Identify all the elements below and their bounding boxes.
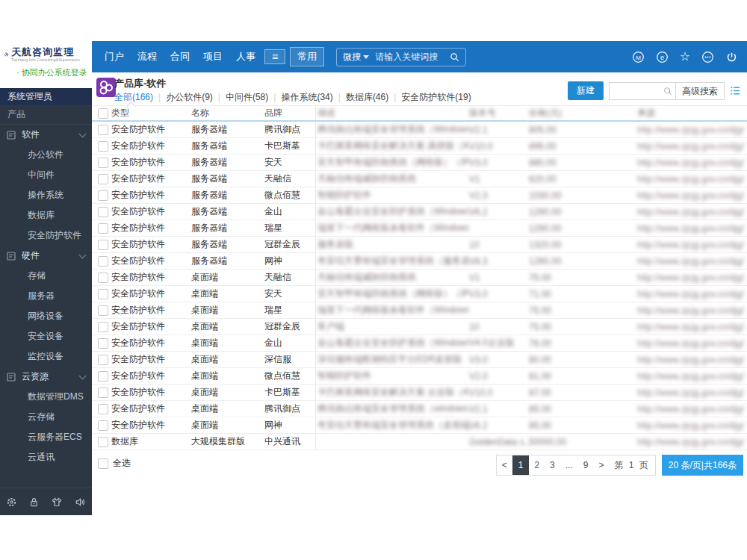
sidebar-item-操作系统[interactable]: 操作系统 — [0, 185, 92, 205]
tab-6[interactable]: 安全防护软件(19) — [401, 91, 471, 104]
sidebar-item-办公软件[interactable]: 办公软件 — [0, 145, 92, 165]
row-checkbox[interactable] — [98, 338, 108, 349]
sidebar-item-存储[interactable]: 存储 — [0, 266, 92, 286]
table-row[interactable]: 安全防护软件桌面端天融信天融信终端威胁防御系统V175.00http://www… — [92, 270, 747, 286]
sidebar-item-云通讯[interactable]: 云通讯 — [0, 447, 92, 467]
sidebar-item-数据管理DMS[interactable]: 数据管理DMS — [0, 387, 92, 407]
nav-menu-box[interactable]: ≡ — [264, 49, 285, 64]
sidebar-group-3[interactable]: 云资源 — [0, 367, 92, 387]
table-row[interactable]: 安全防护软件服务器端天融信天融信终端威胁防御系统V1620.00http://w… — [92, 171, 747, 187]
row-checkbox[interactable] — [98, 305, 108, 316]
sidebar-item-安全防护软件[interactable]: 安全防护软件 — [0, 225, 92, 246]
row-checkbox[interactable] — [98, 141, 108, 152]
pager-page-1[interactable]: 1 — [512, 455, 530, 475]
row-checkbox[interactable] — [98, 404, 108, 414]
sidebar-group-2[interactable]: 硬件 — [0, 246, 92, 266]
new-button[interactable]: 新建 — [568, 81, 604, 100]
nav-item-2[interactable]: 流程 — [137, 50, 157, 63]
sidebar-item-安全设备[interactable]: 安全设备 — [0, 326, 92, 346]
sidebar-item-网络设备[interactable]: 网络设备 — [0, 306, 92, 326]
header-checkbox[interactable] — [98, 108, 108, 119]
table-row[interactable]: 安全防护软件服务器端瑞星瑞星下一代网络版杀毒软件（Windows服务器版）129… — [92, 220, 747, 237]
pager-page-2[interactable]: 2 — [529, 455, 545, 475]
sidebar-item-服务器[interactable]: 服务器 — [0, 286, 92, 306]
advanced-search-button[interactable]: 高级搜索 — [675, 83, 724, 99]
power-icon[interactable] — [725, 51, 738, 63]
nav-item-1[interactable]: 门户 — [105, 50, 124, 63]
row-checkbox[interactable] — [98, 223, 108, 234]
table-row[interactable]: 安全防护软件桌面端瑞星瑞星下一代网络版杀毒软件（Windows桌面版）75.00… — [92, 302, 747, 319]
sidebar-item-监控设备[interactable]: 监控设备 — [0, 346, 92, 367]
sidebar-item-中间件[interactable]: 中间件 — [0, 165, 92, 185]
page-size-button[interactable]: 20 条/页|共166条 — [662, 455, 743, 476]
lock-icon[interactable] — [28, 497, 40, 508]
table-row[interactable]: 安全防护软件桌面端网神奇安信天擎终端安全管理系统（桌面端）V6.285.00ht… — [92, 417, 747, 434]
table-row[interactable]: 安全防护软件服务器端金山金山毒霸企业安全防护系统（Windows服务器版）V6.… — [92, 204, 747, 220]
tab-2[interactable]: 办公软件(9) — [166, 91, 213, 104]
table-row[interactable]: 安全防护软件桌面端卡巴斯基卡巴斯基网络安全解决方案 企业版（KES4 - KL4… — [92, 385, 747, 401]
sound-icon[interactable] — [74, 497, 86, 508]
login-link[interactable]: · 协同办公系统登录 — [4, 67, 87, 78]
theme-icon[interactable] — [51, 497, 63, 508]
message-circle-icon[interactable]: e — [656, 51, 669, 63]
cell-brand: 网神 — [264, 255, 317, 267]
pager-next-button[interactable]: > — [593, 455, 609, 475]
select-all-checkbox[interactable] — [98, 458, 108, 469]
row-checkbox[interactable] — [98, 355, 108, 365]
table-row[interactable]: 安全防护软件服务器端网神奇安信天擎终端安全管理系统（服务器端）V8.31290.… — [92, 253, 747, 270]
sidebar-section-product[interactable]: 产品 — [0, 105, 92, 125]
table-row[interactable]: 安全防护软件服务器端安天安天智甲终端防御系统（网络版）（IP）-服务器端V3.0… — [92, 155, 747, 171]
nav-item-4[interactable]: 项目 — [203, 50, 223, 63]
table-row[interactable]: 安全防护软件服务器端冠群金辰服务器版101320.00http://www.zj… — [92, 237, 747, 253]
nav-pinned-tab[interactable]: 常用 — [290, 47, 324, 66]
row-checkbox[interactable] — [98, 256, 108, 267]
row-checkbox[interactable] — [98, 158, 108, 168]
table-row[interactable]: 安全防护软件桌面端腾讯御点腾讯御点终端安全管理系统（windows版）V2.1V… — [92, 401, 747, 417]
sidebar-item-云存储[interactable]: 云存储 — [0, 407, 92, 427]
table-row[interactable]: 安全防护软件桌面端微点佰慧智能防护软件V2.081.00http://www.z… — [92, 368, 747, 385]
pager-page-...[interactable]: ... — [560, 455, 578, 475]
tab-4[interactable]: 操作系统(34) — [281, 91, 332, 104]
nav-item-3[interactable]: 合同 — [170, 50, 190, 63]
pager-page-9[interactable]: 9 — [578, 455, 594, 475]
row-checkbox[interactable] — [98, 388, 108, 398]
row-checkbox[interactable] — [98, 125, 108, 135]
row-checkbox[interactable] — [98, 207, 108, 217]
row-checkbox[interactable] — [98, 174, 108, 184]
more-circle-icon[interactable] — [701, 51, 714, 63]
row-checkbox[interactable] — [98, 273, 108, 283]
table-row[interactable]: 安全防护软件桌面端金山金山毒霸企业安全防护系统（Windows客户端版）V4.0… — [92, 335, 747, 352]
gear-icon[interactable] — [6, 497, 17, 508]
tab-3[interactable]: 中间件(58) — [226, 91, 268, 104]
pager-prev-button[interactable]: < — [497, 455, 512, 475]
table-row[interactable]: 安全防护软件服务器端卡巴斯基卡巴斯基网络安全解决方案 高级版（KES4、2台起）… — [92, 138, 747, 155]
table-row[interactable]: 安全防护软件服务器端腾讯御点腾讯御点终端安全管理系统（Windows版）V2.1… — [92, 122, 747, 138]
row-checkbox[interactable] — [98, 371, 108, 382]
row-checkbox[interactable] — [98, 240, 108, 250]
star-icon[interactable]: ☆ — [680, 51, 690, 63]
m-circle-icon[interactable]: M — [632, 51, 645, 63]
row-checkbox[interactable] — [98, 322, 108, 332]
tab-5[interactable]: 数据库(46) — [346, 91, 388, 104]
search-scope-select[interactable]: 微搜 — [343, 51, 369, 63]
pager-page-3[interactable]: 3 — [545, 455, 560, 475]
table-search-input[interactable] — [610, 86, 663, 96]
sidebar-group-1[interactable]: 软件 — [0, 125, 92, 145]
row-checkbox[interactable] — [98, 289, 108, 299]
row-checkbox[interactable] — [98, 190, 108, 201]
table-row[interactable]: 安全防护软件桌面端安天安天智甲终端防御系统（网络版）（IP）-桌面端V3.071… — [92, 286, 747, 302]
global-search-input[interactable] — [374, 51, 445, 63]
table-row[interactable]: 安全防护软件桌面端冠群金辰客户端1075.00http://www.zjcjg.… — [92, 319, 747, 335]
nav-item-5[interactable]: 人事 — [236, 50, 255, 63]
table-row[interactable]: 安全防护软件服务器端微点佰慧智能防护软件V2.31030.00http://ww… — [92, 187, 747, 204]
sidebar-item-数据库[interactable]: 数据库 — [0, 205, 92, 225]
list-view-icon[interactable] — [730, 85, 741, 96]
table-row[interactable]: 安全防护软件桌面端深信服深信服终端检测响应平台EDR桌面版V3.080.00ht… — [92, 352, 747, 368]
search-icon[interactable] — [663, 87, 672, 96]
search-icon[interactable] — [450, 52, 459, 62]
row-checkbox[interactable] — [98, 420, 108, 431]
sidebar-item-云服务器ECS[interactable]: 云服务器ECS — [0, 427, 92, 447]
table-row[interactable]: 数据库大规模集群版中兴通讯GoldenData s...50000.00http… — [92, 434, 747, 450]
row-checkbox[interactable] — [98, 437, 108, 447]
tab-1[interactable]: 全部(166) — [114, 91, 153, 104]
